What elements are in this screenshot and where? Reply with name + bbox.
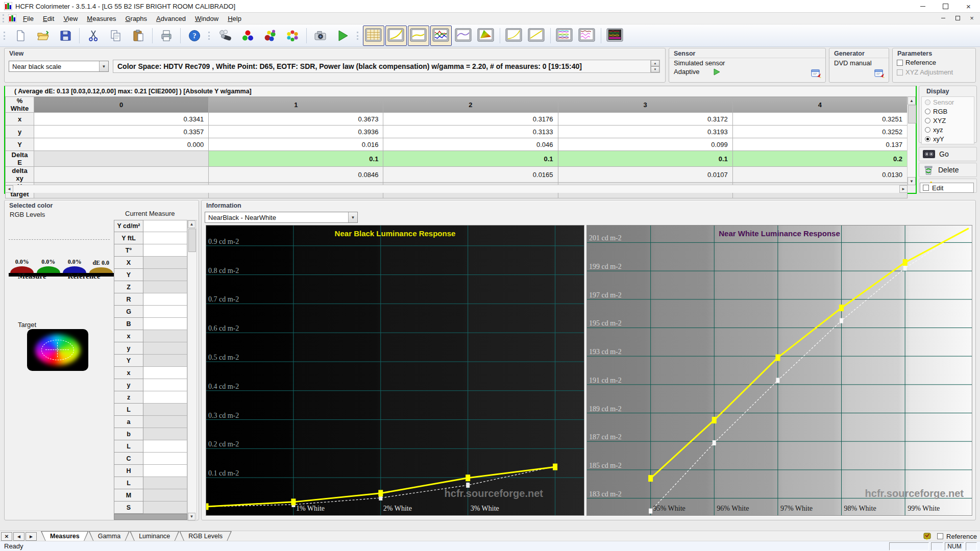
toolbar-button-paste-icon[interactable] (128, 26, 149, 46)
measures-column-header-1[interactable]: 1 (209, 97, 383, 113)
measure-cell[interactable]: 0.3176 (383, 113, 558, 126)
measure-row-value[interactable] (143, 257, 187, 269)
measure-row-value[interactable] (143, 379, 187, 391)
measure-cell[interactable]: 0.3172 (558, 113, 732, 126)
measure-row-value[interactable] (143, 342, 187, 355)
toolbar-button-monitor-yellow-curve-icon[interactable] (503, 26, 525, 46)
current-measure-scrollbar[interactable]: ▲▼ (187, 220, 197, 521)
toolbar-button-monitor-table-icon[interactable] (363, 26, 384, 46)
tab-prev-button[interactable]: ◄ (13, 532, 24, 541)
measure-row-value[interactable] (143, 220, 187, 232)
measure-row-value[interactable] (143, 404, 187, 416)
status-reference-checkbox[interactable]: Reference (937, 533, 977, 540)
toolbar-button-cut-icon[interactable] (83, 26, 104, 46)
scroll-down-icon[interactable]: ▼ (188, 513, 195, 520)
measure-cell[interactable]: 0.0130 (732, 167, 907, 183)
toolbar-button-new-file-icon[interactable] (10, 26, 31, 46)
mdi-close-button[interactable]: × (968, 14, 976, 21)
toolbar-button-monitor-nearblack-icon[interactable] (408, 26, 429, 46)
measure-cell[interactable]: 0.1 (383, 151, 558, 167)
toolbar-button-open-folder-icon[interactable] (32, 26, 54, 46)
close-button[interactable]: × (957, 0, 980, 12)
measure-row-value[interactable] (143, 489, 187, 502)
radio-icon[interactable] (925, 109, 930, 114)
view-scale-select[interactable]: Near black scale ▼ (9, 61, 109, 72)
measures-column-header-4[interactable]: 4 (732, 97, 907, 113)
checkbox-box[interactable] (897, 60, 903, 66)
scrollbar-thumb[interactable] (188, 229, 196, 252)
information-select[interactable]: NearBlack - NearWhite ▼ (205, 212, 358, 223)
generator-config-icon[interactable] (874, 69, 886, 80)
measure-row-value[interactable] (143, 330, 187, 342)
measure-cell[interactable]: 0.1 (558, 151, 732, 167)
status-reference-box[interactable] (937, 533, 943, 539)
measure-cell[interactable]: 0.0846 (209, 167, 383, 183)
tab-next-button[interactable]: ► (26, 532, 37, 541)
toolbar-button-rgb-balls-icon[interactable] (237, 26, 258, 46)
menu-item-graphs[interactable]: Graphs (120, 14, 152, 23)
radio-icon[interactable] (925, 127, 930, 133)
measure-row-value[interactable] (143, 440, 187, 453)
menu-item-measures[interactable]: Measures (82, 14, 120, 23)
measure-cell[interactable]: 0.016 (209, 138, 383, 151)
toolbar-button-camera-icon[interactable] (310, 26, 331, 46)
display-radio-xyz[interactable]: xyz (923, 125, 973, 134)
chevron-down-icon[interactable]: ▼ (348, 212, 357, 222)
measure-row-value[interactable] (143, 428, 187, 440)
menu-item-window[interactable]: Window (190, 14, 223, 23)
radio-icon[interactable] (925, 136, 930, 142)
measure-cell[interactable]: 0.046 (383, 138, 558, 151)
display-radio-xyz[interactable]: XYZ (923, 116, 973, 125)
measures-column-header-3[interactable]: 3 (558, 97, 732, 113)
measure-row-value[interactable] (143, 318, 187, 330)
measure-row-value[interactable] (143, 502, 187, 514)
sensor-config-icon[interactable] (811, 69, 822, 80)
toolbar-button-monitor-dark-icon[interactable] (604, 26, 626, 46)
toolbar-button-copy-icon[interactable] (105, 26, 127, 46)
tab-luminance[interactable]: Luminance (130, 531, 179, 541)
measure-cell[interactable]: 0.3936 (209, 126, 383, 138)
edit-checkbox[interactable]: Edit (920, 183, 974, 193)
measure-cell[interactable]: 0.3193 (558, 126, 732, 138)
measure-cell[interactable]: 0.099 (558, 138, 732, 151)
measure-cell[interactable]: 0.3341 (34, 113, 209, 126)
menu-item-help[interactable]: Help (223, 14, 246, 23)
measure-row-value[interactable] (143, 355, 187, 367)
measure-row-value[interactable] (143, 477, 187, 489)
measure-cell[interactable]: 0.3673 (209, 113, 383, 126)
scroll-right-icon[interactable]: ► (899, 185, 908, 193)
measure-spinner[interactable]: ▲▼ (650, 60, 659, 72)
measure-row-value[interactable] (143, 465, 187, 477)
menu-item-edit[interactable]: Edit (38, 14, 59, 23)
measures-horizontal-scrollbar[interactable]: ◄ ► (5, 185, 908, 193)
toolbar-button-color-ring-icon[interactable] (282, 26, 303, 46)
menu-item-advanced[interactable]: Advanced (152, 14, 190, 23)
parameters-checkbox-reference[interactable]: Reference (893, 58, 975, 67)
toolbar-button-monitor-multilines-icon[interactable] (554, 26, 575, 46)
toolbar-button-monitor-gamma-icon[interactable] (385, 26, 407, 46)
measure-cell[interactable]: 0.3251 (732, 113, 907, 126)
scroll-down-icon[interactable]: ▼ (908, 177, 916, 185)
measure-cell[interactable]: 0.3133 (383, 126, 558, 138)
minimize-button[interactable] (911, 0, 934, 12)
go-button[interactable]: Go (919, 147, 977, 161)
measure-cell[interactable]: 0.2 (732, 151, 907, 167)
measure-cell[interactable]: 0.1 (209, 151, 383, 167)
menu-item-file[interactable]: File (18, 14, 38, 23)
tab-rgb-levels[interactable]: RGB Levels (179, 531, 232, 541)
measure-row-value[interactable] (143, 269, 187, 281)
mdi-child-icon[interactable] (8, 14, 16, 22)
radio-icon[interactable] (925, 118, 930, 123)
toolbar-button-probe-icon[interactable] (214, 26, 236, 46)
measure-cell[interactable] (34, 167, 209, 183)
scrollbar-thumb[interactable] (908, 105, 916, 123)
toolbar-button-about-icon[interactable]: ? (184, 26, 205, 46)
measure-cell[interactable]: 0.000 (34, 138, 209, 151)
toolbar-grip[interactable] (4, 32, 7, 40)
measures-column-header-2[interactable]: 2 (383, 97, 558, 113)
measures-column-header-0[interactable]: 0 (34, 97, 209, 113)
toolbar-button-monitor-magenta-icon[interactable] (576, 26, 598, 46)
scroll-left-icon[interactable]: ◄ (5, 185, 13, 193)
scroll-up-icon[interactable]: ▲ (188, 220, 195, 228)
measure-row-value[interactable] (143, 244, 187, 257)
